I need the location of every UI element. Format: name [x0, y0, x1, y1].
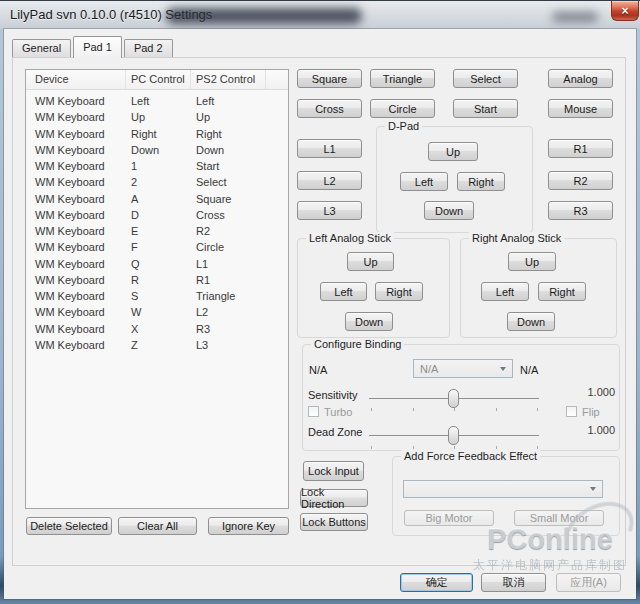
r3-button[interactable]: R3 — [548, 201, 613, 220]
r2-button[interactable]: R2 — [548, 171, 613, 190]
binding-control-value: N/A — [520, 364, 538, 376]
table-row[interactable]: WM KeyboardDownDown — [26, 142, 288, 158]
table-row[interactable]: WM KeyboardXR3 — [26, 321, 288, 337]
l2-button[interactable]: L2 — [297, 171, 362, 190]
select-button[interactable]: Select — [453, 69, 518, 88]
flip-checkbox-label: Flip — [582, 406, 600, 418]
window: LilyPad svn 0.10.0 (r4510) Settings × Ge… — [0, 0, 640, 604]
close-button[interactable]: × — [611, 1, 639, 21]
start-button[interactable]: Start — [453, 99, 518, 118]
sensitivity-slider-thumb[interactable] — [448, 389, 459, 408]
deadzone-label: Dead Zone — [308, 426, 362, 438]
flip-checkbox[interactable] — [566, 406, 577, 417]
table-row[interactable]: WM KeyboardER2 — [26, 223, 288, 239]
triangle-button[interactable]: Triangle — [370, 69, 435, 88]
table-row[interactable]: WM KeyboardQL1 — [26, 256, 288, 272]
right-analog-stick-title: Right Analog Stick — [469, 232, 564, 244]
left-stick-down-button[interactable]: Down — [345, 312, 393, 331]
mouse-button[interactable]: Mouse — [548, 99, 613, 118]
titlebar-blur-smudge — [166, 8, 362, 24]
tab-pad-1[interactable]: Pad 1 — [73, 36, 122, 58]
right-stick-right-button[interactable]: Right — [538, 282, 586, 301]
table-row[interactable]: WM KeyboardFCircle — [26, 239, 288, 255]
delete-selected-button[interactable]: Delete Selected — [26, 517, 112, 535]
configure-binding-group: Configure Binding N/A N/A N/A Sensitivit… — [302, 344, 620, 451]
sensitivity-ticks — [371, 408, 538, 411]
column-header-device[interactable]: Device — [26, 70, 126, 89]
l1-button[interactable]: L1 — [297, 139, 362, 158]
table-row[interactable]: WM KeyboardDCross — [26, 207, 288, 223]
deadzone-slider-thumb[interactable] — [448, 426, 459, 445]
bindings-list[interactable]: Device PC Control PS2 Control WM Keyboar… — [25, 69, 289, 509]
table-row[interactable]: WM KeyboardRightRight — [26, 126, 288, 142]
turbo-checkbox[interactable] — [308, 406, 319, 417]
dropdown-arrow-icon — [500, 367, 506, 371]
table-row[interactable]: WM KeyboardRR1 — [26, 272, 288, 288]
table-row[interactable]: WM KeyboardZL3 — [26, 337, 288, 353]
dialog-body: General Pad 1 Pad 2 Device PC Control PS… — [4, 29, 636, 599]
clear-all-button[interactable]: Clear All — [118, 517, 197, 535]
dpad-right-button[interactable]: Right — [457, 172, 505, 191]
table-row[interactable]: WM KeyboardSTriangle — [26, 288, 288, 304]
binding-combo[interactable]: N/A — [413, 359, 513, 378]
turbo-checkbox-label: Turbo — [324, 406, 352, 418]
apply-button[interactable]: 应用(A) — [556, 573, 621, 592]
sensitivity-label: Sensitivity — [308, 389, 358, 401]
square-button[interactable]: Square — [297, 69, 362, 88]
circle-button[interactable]: Circle — [370, 99, 435, 118]
r1-button[interactable]: R1 — [548, 139, 613, 158]
right-stick-up-button[interactable]: Up — [508, 252, 556, 271]
analog-button[interactable]: Analog — [548, 69, 613, 88]
left-analog-stick-group: Left Analog Stick Up Left Right Down — [297, 238, 450, 338]
small-motor-button[interactable]: Small Motor — [514, 510, 604, 526]
left-stick-left-button[interactable]: Left — [320, 282, 367, 301]
left-stick-up-button[interactable]: Up — [347, 252, 394, 271]
force-feedback-title: Add Force Feedback Effect — [401, 450, 540, 462]
dpad-group: D-Pad Up Left Right Down — [376, 126, 533, 233]
left-stick-right-button[interactable]: Right — [375, 282, 423, 301]
dropdown-arrow-icon — [590, 487, 596, 491]
bindings-list-header: Device PC Control PS2 Control — [26, 70, 288, 90]
cancel-button[interactable]: 取消 — [481, 573, 546, 592]
dpad-down-button[interactable]: Down — [424, 201, 474, 220]
pad1-tab-panel: Device PC Control PS2 Control WM Keyboar… — [12, 57, 626, 566]
ok-button[interactable]: 确定 — [400, 573, 473, 592]
right-stick-left-button[interactable]: Left — [481, 282, 529, 301]
left-analog-stick-title: Left Analog Stick — [306, 232, 394, 244]
table-row[interactable]: WM KeyboardWL2 — [26, 304, 288, 320]
column-header-ps2-control[interactable]: PS2 Control — [191, 70, 266, 89]
cross-button[interactable]: Cross — [297, 99, 362, 118]
tab-pad-2[interactable]: Pad 2 — [124, 39, 173, 57]
table-row[interactable]: WM KeyboardLeftLeft — [26, 93, 288, 109]
column-header-empty[interactable] — [266, 70, 288, 89]
tab-strip: General Pad 1 Pad 2 — [12, 36, 175, 58]
column-header-pc-control[interactable]: PC Control — [126, 70, 191, 89]
dpad-left-button[interactable]: Left — [400, 172, 448, 191]
table-row[interactable]: WM KeyboardASquare — [26, 191, 288, 207]
binding-combo-value: N/A — [420, 363, 500, 375]
lock-buttons-button[interactable]: Lock Buttons — [300, 513, 368, 531]
configure-binding-title: Configure Binding — [311, 338, 404, 350]
l3-button[interactable]: L3 — [297, 201, 362, 220]
table-row[interactable]: WM KeyboardUpUp — [26, 109, 288, 125]
tab-general[interactable]: General — [12, 39, 71, 57]
deadzone-ticks — [371, 446, 538, 449]
titlebar[interactable]: LilyPad svn 0.10.0 (r4510) Settings × — [0, 1, 640, 29]
table-row[interactable]: WM Keyboard1Start — [26, 158, 288, 174]
lock-input-button[interactable]: Lock Input — [303, 461, 364, 481]
right-stick-down-button[interactable]: Down — [507, 312, 555, 331]
table-row[interactable]: WM Keyboard2Select — [26, 174, 288, 190]
titlebar-blur-smudge-small — [552, 12, 598, 22]
close-icon: × — [621, 5, 628, 17]
dpad-group-title: D-Pad — [385, 120, 422, 132]
right-analog-stick-group: Right Analog Stick Up Left Right Down — [460, 238, 617, 338]
ignore-key-button[interactable]: Ignore Key — [208, 517, 289, 535]
binding-device-value: N/A — [309, 364, 327, 376]
lock-direction-button[interactable]: Lock Direction — [300, 489, 368, 507]
bindings-rows: WM KeyboardLeftLeft WM KeyboardUpUp WM K… — [26, 90, 288, 353]
dpad-up-button[interactable]: Up — [428, 142, 478, 161]
force-feedback-combo[interactable] — [403, 480, 603, 498]
deadzone-value: 1.000 — [575, 424, 615, 436]
force-feedback-group: Add Force Feedback Effect Big Motor Smal… — [392, 456, 620, 536]
big-motor-button[interactable]: Big Motor — [404, 510, 494, 526]
